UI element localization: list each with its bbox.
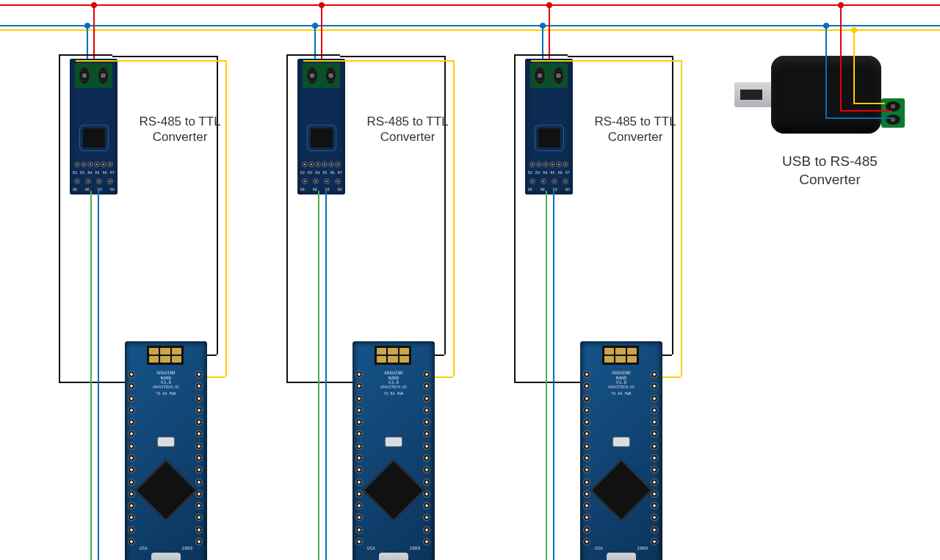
wire — [840, 5, 842, 110]
wire — [59, 382, 125, 383]
atmega-chip-icon — [592, 461, 650, 519]
wire — [207, 354, 217, 356]
wire — [303, 60, 453, 62]
wire — [286, 54, 288, 382]
wire — [568, 56, 672, 57]
bus-wire-gnd — [0, 29, 940, 31]
wire — [549, 5, 550, 59]
usb-plug-icon — [734, 82, 773, 107]
wire — [662, 354, 672, 356]
wire — [553, 191, 554, 560]
max485-chip-icon — [538, 128, 560, 148]
arduino-nano: ARDUINONANOV3.0GRAVITECH.USTX RX PWRUSA2… — [125, 341, 207, 560]
usb-adapter-label: USB to RS-485 Converter — [756, 153, 903, 189]
converter-label: RS-485 to TTL Converter — [356, 114, 459, 145]
wire — [444, 56, 446, 354]
converter-label: RS-485 to TTL Converter — [129, 114, 231, 145]
wire — [90, 191, 92, 560]
icsp-header-icon — [602, 346, 639, 365]
mini-usb-icon — [607, 553, 636, 560]
wire — [225, 60, 227, 377]
wire — [286, 54, 302, 56]
wire — [825, 25, 827, 117]
wire — [93, 5, 95, 59]
wire — [74, 54, 112, 56]
rs485-module: VCCBAGNDR2R3R4R5R6R7DEREDIRO — [297, 59, 345, 194]
wire — [514, 54, 516, 382]
icsp-header-icon — [375, 346, 411, 365]
icsp-header-icon — [147, 346, 184, 365]
reset-button-icon — [385, 437, 402, 447]
wire — [672, 56, 673, 354]
wire — [514, 54, 529, 56]
wire — [59, 54, 74, 56]
wire — [112, 56, 217, 57]
reset-button-icon — [612, 437, 630, 447]
arduino-nano: ARDUINONANOV3.0GRAVITECH.USTX RX PWRUSA2… — [580, 341, 662, 560]
reset-button-icon — [157, 437, 175, 447]
wire — [662, 377, 681, 378]
arduino-nano: ARDUINONANOV3.0GRAVITECH.USTX RX PWRUSA2… — [352, 341, 435, 560]
max485-chip-icon — [311, 128, 333, 148]
wire — [321, 5, 322, 59]
mini-usb-icon — [151, 553, 181, 560]
wire — [853, 103, 885, 104]
wire — [59, 54, 60, 382]
wire — [681, 60, 682, 377]
wire — [217, 56, 218, 354]
wire — [207, 377, 225, 378]
atmega-chip-icon — [137, 461, 195, 519]
rs485-module: VCCBAGNDR2R3R4R5R6R7DEREDIRO — [70, 59, 118, 194]
bus-wire-a — [0, 25, 940, 26]
mini-usb-icon — [379, 553, 408, 560]
wire — [514, 382, 580, 383]
wire — [98, 191, 99, 560]
screw-terminal-icon — [75, 63, 112, 88]
converter-label: RS-485 to TTL Converter — [584, 114, 687, 145]
wire — [840, 110, 892, 112]
screw-terminal-icon — [303, 63, 340, 88]
wire — [825, 117, 892, 119]
wire — [546, 191, 547, 560]
wire — [318, 191, 319, 560]
screw-terminal-icon — [530, 63, 568, 88]
wire — [286, 382, 352, 383]
wire — [435, 354, 444, 356]
wire — [325, 191, 327, 560]
atmega-chip-icon — [364, 461, 422, 519]
wire — [531, 60, 681, 62]
wire — [340, 56, 444, 57]
rs485-module: VCCBAGNDR2R3R4R5R6R7DEREDIRO — [525, 59, 573, 194]
wire — [853, 29, 855, 103]
wire — [76, 60, 225, 62]
wire — [435, 377, 453, 378]
bus-wire-b — [0, 4, 940, 6]
wire — [453, 60, 455, 377]
wire — [302, 54, 340, 56]
wire — [529, 54, 568, 56]
max485-chip-icon — [83, 128, 105, 148]
